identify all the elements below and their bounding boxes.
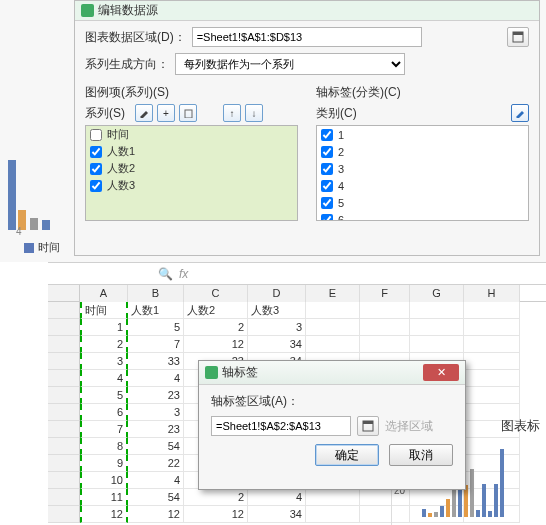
cell[interactable]: 2 [184, 319, 248, 336]
col-header[interactable]: D [248, 285, 306, 302]
row-header[interactable] [48, 506, 80, 523]
row-header[interactable] [48, 438, 80, 455]
cell[interactable] [410, 336, 464, 353]
cell[interactable] [360, 302, 410, 319]
cell[interactable]: 6 [80, 404, 128, 421]
cell[interactable]: 12 [80, 506, 128, 523]
col-header[interactable]: E [306, 285, 360, 302]
range-picker-button[interactable] [507, 27, 529, 47]
col-header[interactable]: B [128, 285, 184, 302]
series-delete-button[interactable] [179, 104, 197, 122]
row-header[interactable] [48, 319, 80, 336]
col-header[interactable]: G [410, 285, 464, 302]
col-header[interactable]: F [360, 285, 410, 302]
cell[interactable] [464, 370, 520, 387]
series-listbox[interactable]: 时间 人数1 人数2 人数3 [85, 125, 298, 221]
cell[interactable]: 54 [128, 438, 184, 455]
categories-listbox[interactable]: 1 2 3 4 5 6 7 8 [316, 125, 529, 221]
cell[interactable]: 2 [184, 489, 248, 506]
cell[interactable]: 时间 [80, 302, 128, 319]
cell[interactable]: 34 [248, 506, 306, 523]
row-header[interactable] [48, 353, 80, 370]
series-edit-button[interactable] [135, 104, 153, 122]
cell[interactable]: 22 [128, 455, 184, 472]
cell[interactable]: 23 [128, 421, 184, 438]
cell[interactable]: 54 [128, 489, 184, 506]
cell[interactable]: 4 [248, 489, 306, 506]
cell[interactable]: 4 [128, 370, 184, 387]
cancel-button[interactable]: 取消 [389, 444, 453, 466]
cell[interactable] [306, 302, 360, 319]
close-button[interactable]: ✕ [423, 364, 459, 381]
cell[interactable]: 人数3 [248, 302, 306, 319]
cell[interactable]: 9 [80, 455, 128, 472]
cell[interactable]: 2 [80, 336, 128, 353]
cell[interactable] [360, 319, 410, 336]
list-item: 1 [317, 126, 528, 143]
chart-range-input[interactable] [192, 27, 422, 47]
formula-bar[interactable]: 🔍 fx [48, 263, 546, 285]
cell[interactable]: 人数1 [128, 302, 184, 319]
cell[interactable]: 7 [128, 336, 184, 353]
col-header[interactable]: C [184, 285, 248, 302]
row-header[interactable] [48, 489, 80, 506]
dialog-title: 轴标签 [222, 364, 423, 381]
cell[interactable]: 5 [128, 319, 184, 336]
cell[interactable]: 11 [80, 489, 128, 506]
row-header[interactable] [48, 387, 80, 404]
cell[interactable]: 12 [184, 336, 248, 353]
cell[interactable]: 3 [248, 319, 306, 336]
row-header[interactable] [48, 455, 80, 472]
ok-button[interactable]: 确定 [315, 444, 379, 466]
cell[interactable] [464, 302, 520, 319]
cell[interactable]: 12 [128, 506, 184, 523]
col-header[interactable]: H [464, 285, 520, 302]
cell[interactable]: 34 [248, 336, 306, 353]
cell[interactable] [306, 506, 360, 523]
cell[interactable] [306, 319, 360, 336]
cell[interactable]: 5 [80, 387, 128, 404]
dialog-titlebar[interactable]: 编辑数据源 [75, 1, 539, 21]
cell[interactable]: 4 [80, 370, 128, 387]
row-header[interactable] [48, 472, 80, 489]
category-edit-button[interactable] [511, 104, 529, 122]
edit-data-source-dialog: 编辑数据源 图表数据区域(D)： 系列生成方向： 每列数据作为一个系列 图例项(… [74, 0, 540, 256]
cell[interactable] [464, 319, 520, 336]
list-item: 3 [317, 160, 528, 177]
cell[interactable]: 人数2 [184, 302, 248, 319]
cell[interactable] [464, 387, 520, 404]
dialog-titlebar[interactable]: 轴标签 ✕ [199, 361, 465, 385]
cell[interactable]: 12 [184, 506, 248, 523]
cell[interactable] [410, 319, 464, 336]
cell[interactable]: 23 [128, 387, 184, 404]
series-direction-select[interactable]: 每列数据作为一个系列 [175, 53, 405, 75]
range-picker-button[interactable] [357, 416, 379, 436]
row-header[interactable] [48, 404, 80, 421]
cell[interactable]: 3 [128, 404, 184, 421]
col-header[interactable]: A [80, 285, 128, 302]
list-item: 人数2 [86, 160, 297, 177]
row-header[interactable] [48, 370, 80, 387]
cell[interactable] [306, 489, 360, 506]
cell[interactable]: 4 [128, 472, 184, 489]
row-header[interactable] [48, 336, 80, 353]
cell[interactable]: 7 [80, 421, 128, 438]
series-move-down-button[interactable]: ↓ [245, 104, 263, 122]
row-header[interactable] [48, 421, 80, 438]
axis-range-input[interactable] [211, 416, 351, 436]
cell[interactable] [360, 336, 410, 353]
series-add-button[interactable]: + [157, 104, 175, 122]
cell[interactable]: 33 [128, 353, 184, 370]
cell[interactable]: 1 [80, 319, 128, 336]
series-label: 系列(S) [85, 105, 125, 122]
list-item: 2 [317, 143, 528, 160]
cell[interactable] [464, 353, 520, 370]
cell[interactable] [410, 302, 464, 319]
series-move-up-button[interactable]: ↑ [223, 104, 241, 122]
cell[interactable] [464, 336, 520, 353]
cell[interactable]: 8 [80, 438, 128, 455]
cell[interactable] [306, 336, 360, 353]
cell[interactable]: 3 [80, 353, 128, 370]
cell[interactable]: 10 [80, 472, 128, 489]
axis-categories-header: 轴标签(分类)(C) [316, 84, 401, 101]
